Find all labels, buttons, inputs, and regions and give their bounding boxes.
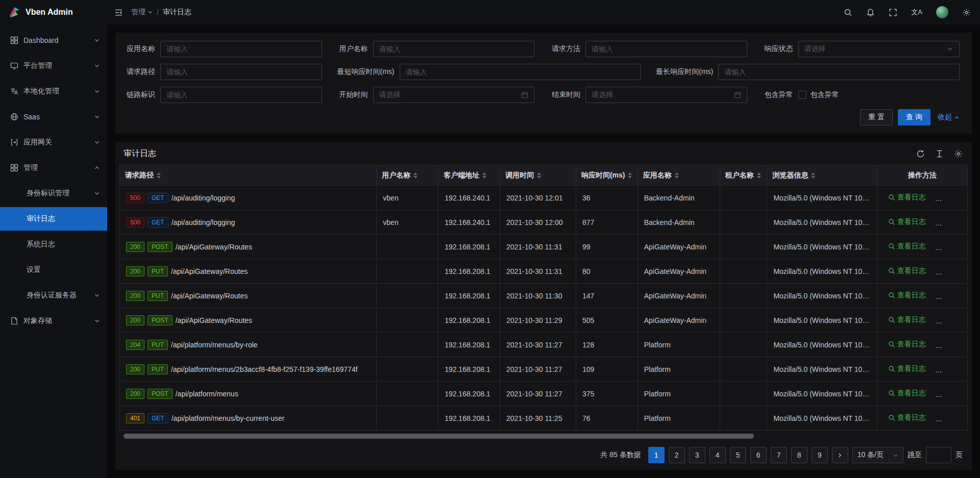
cell-client-address: 192.168.240.1 xyxy=(438,210,500,235)
cell-actions: 查看日志删除 xyxy=(877,406,967,431)
page-button-3[interactable]: 3 xyxy=(689,447,705,463)
cell-response-time: 99 xyxy=(576,235,638,259)
view-log-button[interactable]: 查看日志 xyxy=(888,266,926,275)
main-area: 管理 / 审计日志 xyxy=(107,0,980,478)
sidebar-item-gateway[interactable]: 应用网关 xyxy=(0,131,107,154)
page-button-8[interactable]: 8 xyxy=(791,447,807,463)
column-header[interactable]: 客户端地址 xyxy=(438,165,500,186)
view-log-button[interactable]: 查看日志 xyxy=(888,389,926,398)
request-path-input[interactable] xyxy=(160,64,322,80)
sidebar-item-audit-log[interactable]: 审计日志 xyxy=(0,207,107,231)
column-header[interactable]: 浏览器信息 xyxy=(767,165,877,186)
sort-icon[interactable] xyxy=(157,172,161,179)
gear-icon[interactable] xyxy=(962,8,971,17)
page-button-6[interactable]: 6 xyxy=(750,447,767,463)
jump-page-input[interactable] xyxy=(926,447,951,463)
include-exception-checkbox[interactable]: 包含异常 xyxy=(798,90,839,99)
column-header[interactable]: 调用时间 xyxy=(500,165,576,186)
cell-request-path: 200PUT/api/ApiGateway/Routes xyxy=(120,259,377,284)
request-method-input[interactable] xyxy=(585,41,747,57)
column-header[interactable]: 响应时间(ms) xyxy=(576,165,638,186)
status-badge: 200 xyxy=(126,315,144,325)
cell-browser-info: Mozilla/5.0 (Windows NT 10.0; Win... xyxy=(767,235,877,259)
start-time-picker[interactable]: 请选择 xyxy=(373,87,535,103)
sort-icon[interactable] xyxy=(811,172,815,179)
sort-icon[interactable] xyxy=(537,172,541,179)
sidebar-item-dashboard[interactable]: Dashboard xyxy=(0,29,107,52)
sidebar-item-settings[interactable]: 设置 xyxy=(0,258,107,282)
view-log-button[interactable]: 查看日志 xyxy=(888,291,926,300)
column-label: 操作方法 xyxy=(908,171,937,180)
avatar[interactable] xyxy=(936,6,948,18)
status-badge: 200 xyxy=(126,291,144,301)
reset-button[interactable]: 重 置 xyxy=(860,109,893,125)
column-header[interactable]: 用户名称 xyxy=(377,165,438,186)
scrollbar-thumb[interactable] xyxy=(124,434,754,439)
search-icon[interactable] xyxy=(844,8,852,17)
sidebar-item-platform[interactable]: 平台管理 xyxy=(0,54,107,78)
menu-fold-icon[interactable] xyxy=(114,8,123,17)
cell-response-time: 877 xyxy=(576,210,638,235)
view-log-button[interactable]: 查看日志 xyxy=(888,193,926,202)
view-log-button[interactable]: 查看日志 xyxy=(888,242,926,251)
sidebar-item-system-log[interactable]: 系统日志 xyxy=(0,233,107,256)
page-button-4[interactable]: 4 xyxy=(709,447,726,463)
app-name-input[interactable] xyxy=(160,41,322,57)
sort-icon[interactable] xyxy=(628,172,632,179)
sort-icon[interactable] xyxy=(757,172,761,179)
sort-icon[interactable] xyxy=(482,172,486,179)
translate-icon[interactable]: 文A xyxy=(911,8,922,17)
status-badge: 200 xyxy=(126,364,144,374)
column-header[interactable]: 应用名称 xyxy=(638,165,720,186)
cell-tenant-name xyxy=(720,406,767,431)
cell-client-address: 192.168.208.1 xyxy=(438,382,500,406)
trace-id-input[interactable] xyxy=(160,87,322,103)
view-log-button[interactable]: 查看日志 xyxy=(888,364,926,373)
cell-actions: 查看日志删除 xyxy=(877,186,967,210)
response-status-select[interactable]: 请选择 xyxy=(798,41,960,57)
breadcrumb-item-management[interactable]: 管理 xyxy=(131,8,153,17)
view-log-button[interactable]: 查看日志 xyxy=(888,340,926,349)
view-log-button[interactable]: 查看日志 xyxy=(888,315,926,324)
sort-icon[interactable] xyxy=(413,172,418,179)
sidebar-item-auth-server[interactable]: 身份认证服务器 xyxy=(0,284,107,307)
page-button-1[interactable]: 1 xyxy=(648,447,665,463)
cell-request-path: 500GET/api/auditing/logging xyxy=(120,210,377,235)
sidebar-item-localization[interactable]: 本地化管理 xyxy=(0,80,107,103)
page-button-5[interactable]: 5 xyxy=(730,447,746,463)
cell-user-name xyxy=(377,333,438,357)
sidebar-item-label: 本地化管理 xyxy=(23,87,94,96)
fullscreen-icon[interactable] xyxy=(889,8,897,17)
chevron-down-icon xyxy=(94,190,100,196)
sidebar-item-identity-management[interactable]: 身份标识管理 xyxy=(0,182,107,205)
max-response-time-input[interactable] xyxy=(718,64,960,80)
view-log-button[interactable]: 查看日志 xyxy=(888,413,926,422)
field-label: 请求方法 xyxy=(550,44,580,54)
view-log-button[interactable]: 查看日志 xyxy=(888,217,926,227)
sidebar-item-saas[interactable]: Saas xyxy=(0,105,107,129)
page-button-9[interactable]: 9 xyxy=(812,447,828,463)
query-button[interactable]: 查 询 xyxy=(898,109,930,125)
logo[interactable]: Vben Admin xyxy=(0,0,107,24)
min-response-time-input[interactable] xyxy=(400,64,641,80)
next-page-button[interactable] xyxy=(832,447,848,463)
logo-icon xyxy=(7,5,21,19)
row-height-icon[interactable] xyxy=(935,149,944,158)
column-header[interactable]: 租户名称 xyxy=(720,165,767,186)
column-header[interactable]: 请求路径 xyxy=(120,165,377,186)
refresh-icon[interactable] xyxy=(916,149,925,158)
page-button-7[interactable]: 7 xyxy=(771,447,787,463)
user-name-input[interactable] xyxy=(373,41,535,57)
collapse-link[interactable]: 收起 xyxy=(938,113,960,122)
cell-response-time: 128 xyxy=(576,333,638,357)
notification-bell-icon[interactable] xyxy=(866,8,875,17)
column-settings-gear-icon[interactable] xyxy=(954,149,963,158)
table-toolbar: 审计日志 xyxy=(115,142,972,165)
sort-icon[interactable] xyxy=(675,172,679,179)
sidebar-item-management[interactable]: 管理 xyxy=(0,156,107,180)
end-time-picker[interactable]: 请选择 xyxy=(585,87,747,103)
page-size-select[interactable]: 10 条/页 xyxy=(852,447,903,463)
page-button-2[interactable]: 2 xyxy=(669,447,685,463)
sidebar-item-object-storage[interactable]: 对象存储 xyxy=(0,309,107,333)
cell-request-path: 200POST/api/platform/menus xyxy=(120,382,377,406)
